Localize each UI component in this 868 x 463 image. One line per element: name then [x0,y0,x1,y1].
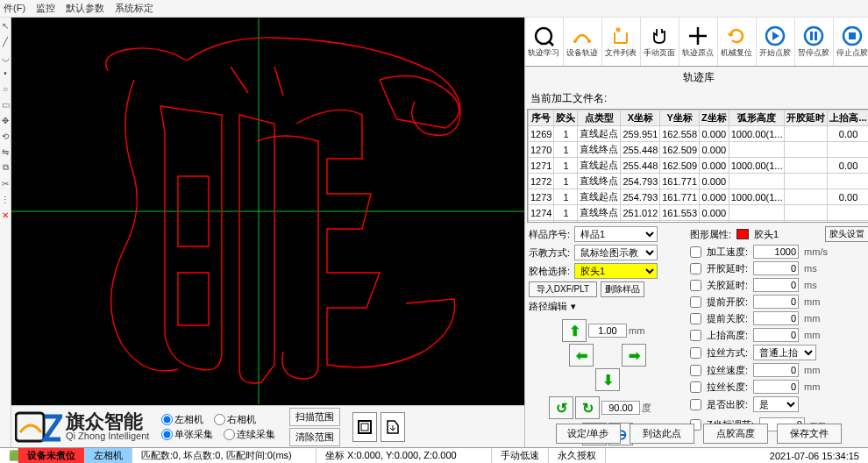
lift-h-input[interactable] [753,328,799,342]
is-glue-check[interactable] [690,399,701,410]
table-row[interactable]: 12741直线终点251.012161.5530.000 [529,205,869,221]
delete-sample-button[interactable]: 删除样品 [601,281,644,297]
tb-start[interactable]: 开始点胶 [757,18,795,66]
drawing-canvas[interactable] [11,18,524,405]
chevron-down-icon[interactable]: ▾ [571,301,576,312]
close-delay-input[interactable] [753,278,799,292]
tool-copy-icon[interactable]: ⧉ [1,160,10,175]
table-header: 上抬高... [828,110,868,126]
open-delay-label: 开胶延时: [707,262,748,275]
traj-lib-title: 轨迹库 [525,67,868,89]
scan-range-button[interactable]: 扫描范围 [289,408,340,426]
brand-logo: 旗众智能 Qi Zhong Intelligent [15,410,149,445]
fit-view-icon[interactable] [352,412,377,442]
figure-color-swatch [736,229,749,239]
teach-mode-select[interactable]: 鼠标绘图示教 [574,245,658,260]
menu-file[interactable]: 件(F) [4,2,25,15]
import-dxf-button[interactable]: 导入DXF/PLT [529,281,597,297]
pre-close-input[interactable] [753,311,799,325]
jog-left-button[interactable]: ⬅ [569,344,594,367]
figure-attr-val: 胶头1 [754,228,779,241]
status-coord: 坐标 X:0.000, Y:0.000, Z:0.000 [317,448,492,463]
radio-cont-cap[interactable]: 连续采集 [224,428,275,441]
head-settings-button[interactable]: 胶头设置 [825,226,868,242]
table-row[interactable]: 12701直线终点255.448162.5090.000 [529,142,869,158]
tool-split-icon[interactable]: ✂ [1,176,10,190]
export-icon[interactable] [381,412,405,442]
radio-single-cap[interactable]: 单张采集 [161,428,213,441]
tool-line-icon[interactable]: ╱ [1,34,10,48]
open-delay-check[interactable] [690,263,701,274]
work-speed-input[interactable] [753,245,799,259]
tool-rect-icon[interactable]: ▭ [1,97,10,111]
pull-mode-select[interactable]: 普通上抬 [753,345,816,360]
table-row[interactable]: 12711直线起点255.448162.5090.0001000.00(1...… [529,158,869,174]
tb-file-list[interactable]: 文件列表 [602,18,641,66]
lift-h-label: 上抬高度: [707,329,748,342]
rotate-ccw-button[interactable]: ↺ [549,396,573,419]
status-match: 匹配数:0, 坏点数:0, 匹配时间:0(ms) [132,448,317,463]
open-delay-input[interactable] [753,261,799,275]
menu-default-params[interactable]: 默认参数 [66,2,104,15]
jog-down-button[interactable]: ⬇ [595,368,620,391]
pull-speed-check[interactable] [690,365,701,376]
dot-height-button[interactable]: 点胶高度 [703,424,768,444]
lift-h-check[interactable] [690,330,701,341]
table-header: X坐标 [621,110,660,126]
set-step-button[interactable]: 设定/单步 [556,424,621,444]
tool-circle-icon[interactable]: ○ [1,82,10,96]
tool-misc-icon[interactable]: ⋮ [1,192,10,206]
svg-rect-16 [849,32,856,39]
glue-sel-select[interactable]: 胶头1 [574,263,658,279]
is-glue-select[interactable]: 是 [753,396,799,412]
close-delay-check[interactable] [690,280,701,291]
traj-table[interactable]: 序号胶头点类型X坐标Y坐标Z坐标弧形高度开胶延时上抬高...12691直线起点2… [527,109,868,223]
tb-mech-reset[interactable]: 机械复位 [718,18,757,66]
tb-traj-origin[interactable]: 轨迹原点 [679,18,718,66]
tb-traj-learn[interactable]: 轨迹学习 [525,18,564,66]
tool-del-icon[interactable]: ✕ [1,208,10,222]
pull-speed-label: 拉丝速度: [707,364,748,377]
is-glue-label: 是否出胶: [707,398,748,411]
reach-point-button[interactable]: 到达此点 [630,424,694,444]
jog-step-input[interactable] [588,324,627,338]
jog-right-button[interactable]: ➡ [622,344,646,367]
save-file-button[interactable]: 保存文件 [777,424,842,444]
table-header: 胶头 [554,110,578,126]
tool-arc-icon[interactable]: ◡ [1,50,10,64]
tool-flap-icon[interactable]: ⇋ [1,145,10,159]
sample-seq-select[interactable]: 样品1 [574,226,658,242]
tool-move-icon[interactable]: ✥ [1,113,10,127]
tool-dot-icon[interactable]: • [1,66,10,80]
rot-unit: 度 [642,402,666,415]
tool-rotate-icon[interactable]: ⟲ [1,129,10,143]
work-speed-check[interactable] [690,246,701,258]
menu-sys-calib[interactable]: 系统标定 [115,2,153,15]
tb-device-traj[interactable]: 设备轨迹 [564,18,602,66]
jog-up-button[interactable]: ⬆ [562,319,587,342]
menu-monitor[interactable]: 监控 [36,2,55,15]
tool-arrow-icon[interactable]: ↖ [1,18,10,32]
table-row[interactable]: 12731直线起点254.793161.7710.0001000.00(1...… [529,189,869,205]
rot-angle-input[interactable] [601,401,640,415]
pull-speed-input[interactable] [753,363,799,377]
rotate-cw-button[interactable]: ↻ [575,396,600,419]
pull-mode-check[interactable] [690,347,701,359]
table-row[interactable]: 12721直线终点254.793161.7710.000 [529,174,869,189]
tb-stop[interactable]: 停止点胶 [834,18,868,66]
pre-open-check[interactable] [690,296,701,308]
unit-mm4: mm [804,365,829,375]
tb-manual-page[interactable]: 手动页面 [641,18,679,66]
pre-open-input[interactable] [753,295,799,309]
radio-left-cam[interactable]: 左相机 [161,413,203,426]
status-license: 永久授权 [549,448,606,463]
pull-len-check[interactable] [690,381,701,393]
tb-pause[interactable]: 暂停点胶 [795,18,834,66]
pull-len-input[interactable] [753,380,799,394]
radio-right-cam[interactable]: 右相机 [214,413,256,426]
unit-ms2: ms [804,280,829,290]
table-row[interactable]: 12691直线起点259.951162.5580.0001000.00(1...… [529,126,869,142]
clear-range-button[interactable]: 清除范围 [289,428,340,446]
pre-close-check[interactable] [690,313,701,324]
unit-ms: ms [804,263,829,274]
